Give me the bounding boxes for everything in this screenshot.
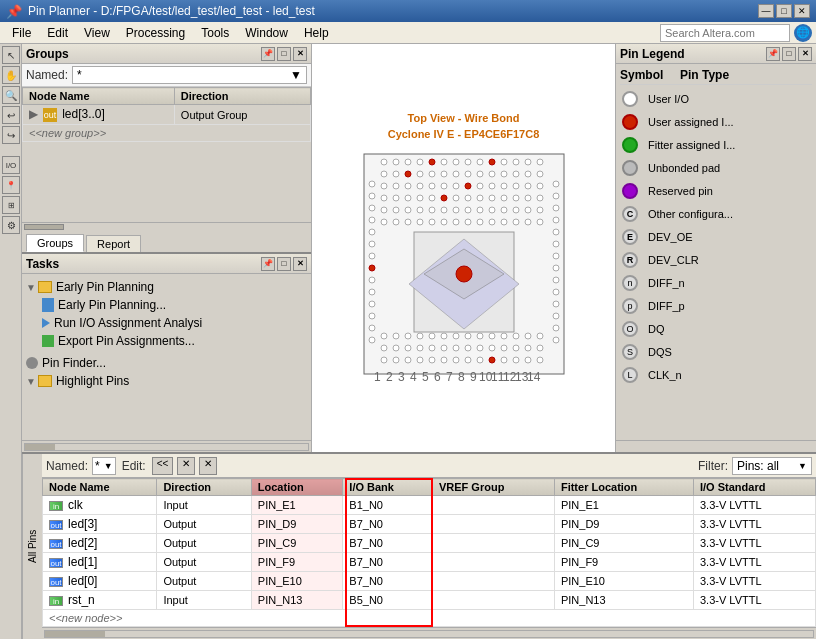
minimize-button[interactable]: — <box>758 4 774 18</box>
groups-expand-icon[interactable]: □ <box>277 47 291 61</box>
chip-diagram[interactable]: 1 2 3 4 5 6 7 8 9 10 11 12 13 14 <box>334 144 594 384</box>
pin-col-io-standard: I/O Standard <box>693 479 815 496</box>
legend-symbol-diff-n: n <box>620 273 640 293</box>
svg-point-56 <box>537 195 543 201</box>
toolbar-move-btn[interactable]: ✋ <box>2 66 20 84</box>
filter-named-input[interactable]: * ▼ <box>92 457 116 475</box>
filter-edit-left-btn[interactable]: << <box>152 457 174 475</box>
toolbar-cursor-btn[interactable]: ↖ <box>2 46 20 64</box>
toolbar-grid-btn[interactable]: ⊞ <box>2 196 20 214</box>
maximize-button[interactable]: □ <box>776 4 792 18</box>
pin-vref <box>432 591 554 610</box>
table-row[interactable]: in rst_n Input PIN_N13 B5_N0 PIN_N13 <box>43 591 816 610</box>
pin-direction: Output <box>157 534 251 553</box>
table-row[interactable]: <<new node>> <box>43 610 816 627</box>
legend-scrollbar[interactable] <box>616 440 816 452</box>
svg-point-132 <box>369 193 375 199</box>
svg-point-26 <box>513 171 519 177</box>
task-early-pin-planning-folder[interactable]: ▼ Early Pin Planning <box>26 278 307 296</box>
svg-point-74 <box>417 219 423 225</box>
tasks-scrollbar[interactable] <box>22 440 311 452</box>
svg-point-103 <box>381 345 387 351</box>
groups-pin-icon[interactable]: 📌 <box>261 47 275 61</box>
filter-filter-dropdown-icon: ▼ <box>798 461 807 471</box>
table-row[interactable]: out led[2] Output PIN_C9 B7_N0 PIN_C9 <box>43 534 816 553</box>
svg-point-33 <box>429 183 435 189</box>
legend-expand-icon[interactable]: □ <box>782 47 796 61</box>
groups-scrollbar[interactable] <box>22 222 311 230</box>
tasks-close-icon[interactable]: ✕ <box>293 257 307 271</box>
toolbar-undo-btn[interactable]: ↩ <box>2 106 20 124</box>
pin-vref <box>432 553 554 572</box>
pin-table-container: Node Name Direction Location I/O Bank VR… <box>42 478 816 627</box>
legend-dqs: S DQS <box>620 342 812 362</box>
toolbar-zoom-btn[interactable]: 🔍 <box>2 86 20 104</box>
legend-label-other-config: Other configura... <box>648 208 733 220</box>
svg-point-98 <box>489 333 495 339</box>
menu-view[interactable]: View <box>76 24 118 42</box>
svg-point-141 <box>369 301 375 307</box>
task-highlight-pins[interactable]: ▼ Highlight Pins <box>26 372 307 390</box>
tasks-pin-icon[interactable]: 📌 <box>261 257 275 271</box>
toolbar-io-btn[interactable]: I/O <box>2 156 20 174</box>
chip-container: Top View - Wire Bond Cyclone IV E - EP4C… <box>334 112 594 384</box>
table-row[interactable]: in clk Input PIN_E1 B1_N0 PIN_E1 3.3 <box>43 496 816 515</box>
svg-point-12 <box>513 159 519 165</box>
menu-file[interactable]: File <box>4 24 39 42</box>
pin-table-wrapper[interactable]: Node Name Direction Location I/O Bank VR… <box>42 478 816 627</box>
svg-point-93 <box>429 333 435 339</box>
task-early-pin-file[interactable]: Early Pin Planning... <box>42 296 307 314</box>
filter-edit-btn[interactable]: ✕ <box>177 457 195 475</box>
search-input[interactable] <box>660 24 790 42</box>
close-button[interactable]: ✕ <box>794 4 810 18</box>
pin-table-hscrollbar[interactable] <box>42 627 816 639</box>
table-row[interactable]: out led[1] Output PIN_F9 B7_N0 PIN_F9 <box>43 553 816 572</box>
table-row[interactable]: <<new group>> <box>23 125 311 142</box>
tab-report[interactable]: Report <box>86 235 141 252</box>
svg-point-18 <box>417 171 423 177</box>
svg-point-83 <box>525 219 531 225</box>
pin-io-std: 3.3-V LVTTL <box>693 572 815 591</box>
table-row[interactable]: out led[3] Output PIN_D9 B7_N0 PIN_D9 <box>43 515 816 534</box>
filter-filter-input[interactable]: Pins: all ▼ <box>732 457 812 475</box>
tab-groups[interactable]: Groups <box>26 234 84 252</box>
svg-point-97 <box>477 333 483 339</box>
toolbar-redo-btn[interactable]: ↪ <box>2 126 20 144</box>
tasks-expand-icon[interactable]: □ <box>277 257 291 271</box>
legend-pin-icon[interactable]: 📌 <box>766 47 780 61</box>
task-pin-finder[interactable]: Pin Finder... <box>26 354 307 372</box>
tasks-panel-header: Tasks 📌 □ ✕ <box>22 254 311 274</box>
table-row[interactable]: ▶ out led[3..0] Output Group <box>23 105 311 125</box>
svg-point-116 <box>537 345 543 351</box>
left-toolbar: ↖ ✋ 🔍 ↩ ↪ I/O 📍 ⊞ ⚙ <box>0 44 22 639</box>
pin-io-std: 3.3-V LVTTL <box>693 496 815 515</box>
menu-edit[interactable]: Edit <box>39 24 76 42</box>
svg-point-124 <box>465 357 471 363</box>
svg-point-35 <box>453 183 459 189</box>
legend-symbol-other-config: C <box>620 204 640 224</box>
menu-window[interactable]: Window <box>237 24 296 42</box>
pin-fitter: PIN_C9 <box>554 534 693 553</box>
pin-col-io-bank: I/O Bank <box>343 479 433 496</box>
title-bar: 📌 Pin Planner - D:/FPGA/test/led_test/le… <box>0 0 816 22</box>
all-pins-tab[interactable]: All Pins <box>22 454 42 639</box>
task-export-pin[interactable]: Export Pin Assignments... <box>42 332 307 350</box>
toolbar-settings-btn[interactable]: ⚙ <box>2 216 20 234</box>
menu-help[interactable]: Help <box>296 24 337 42</box>
legend-close-icon[interactable]: ✕ <box>798 47 812 61</box>
svg-point-88 <box>456 266 472 282</box>
filter-edit-right-btn[interactable]: ✕ <box>199 457 217 475</box>
toolbar-pin-btn[interactable]: 📍 <box>2 176 20 194</box>
groups-close-icon[interactable]: ✕ <box>293 47 307 61</box>
pin-name: led[0] <box>68 574 97 588</box>
svg-point-135 <box>369 229 375 235</box>
groups-named-select[interactable]: * ▼ <box>72 66 307 84</box>
task-run-io[interactable]: Run I/O Assignment Analysi <box>42 314 307 332</box>
menu-processing[interactable]: Processing <box>118 24 193 42</box>
svg-point-19 <box>429 171 435 177</box>
menu-tools[interactable]: Tools <box>193 24 237 42</box>
legend-symbol-reserved <box>620 181 640 201</box>
legend-symbol-fitter-assigned <box>620 135 640 155</box>
pin-name: clk <box>68 498 83 512</box>
table-row[interactable]: out led[0] Output PIN_E10 B7_N0 PIN_E10 <box>43 572 816 591</box>
